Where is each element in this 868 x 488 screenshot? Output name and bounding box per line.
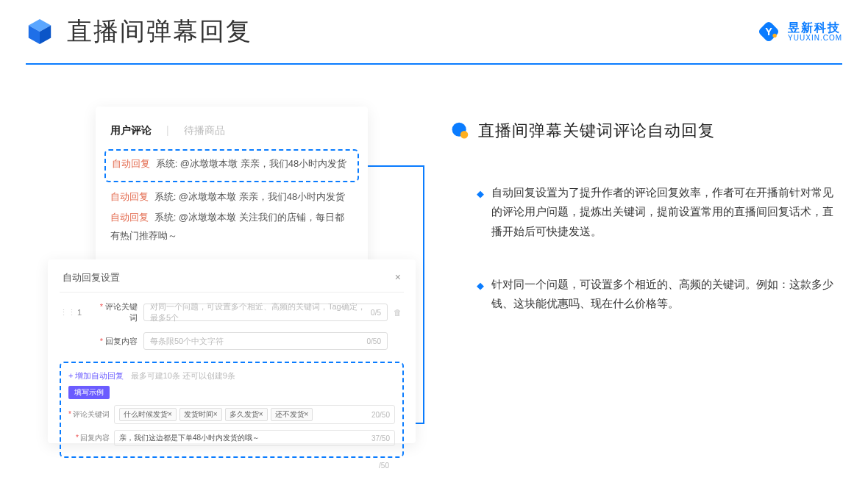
content-row: *回复内容 每条限50个中文字符 0/50: [60, 332, 404, 350]
slide-header: 直播间弹幕回复 Y 昱新科技 YUUXIN.COM: [26, 15, 842, 49]
logo-diamond-icon: Y: [755, 18, 782, 45]
close-icon[interactable]: ×: [395, 271, 401, 284]
example-content-counter: 37/50: [371, 434, 390, 442]
example-content-input[interactable]: 亲，我们这边都是下单48小时内发货的哦～ 37/50: [114, 430, 395, 446]
spacer: [73, 337, 86, 345]
example-keyword-input[interactable]: 什么时候发货× 发货时间× 多久发货× 还不发货× 20/50: [114, 405, 395, 424]
comment-text: 系统: @冰墩墩本墩 亲亲，我们48小时内发货: [156, 158, 347, 169]
comment-item: 自动回复 系统: @冰墩墩本墩 亲亲，我们48小时内发货: [110, 188, 353, 207]
tag-list: 什么时候发货× 发货时间× 多久发货× 还不发货×: [119, 408, 313, 421]
add-autoreply-link[interactable]: + 增加自动回复: [68, 371, 124, 380]
svg-text:Y: Y: [765, 26, 772, 37]
tag-item[interactable]: 多久发货×: [225, 408, 268, 421]
screenshot-mock-area: 用户评论 | 待播商品 自动回复 系统: @冰墩墩本墩 亲亲，我们48小时内发货…: [48, 107, 416, 467]
content-label: *回复内容: [92, 336, 138, 347]
logo-cn: 昱新科技: [788, 21, 842, 35]
brand-logo: Y 昱新科技 YUUXIN.COM: [755, 18, 842, 45]
tabs: 用户评论 | 待播商品: [110, 124, 353, 137]
row-index: 1: [73, 308, 86, 317]
autoreply-tag: 自动回复: [112, 158, 150, 169]
tag-item[interactable]: 什么时候发货×: [119, 408, 177, 421]
example-keyword-counter: 20/50: [371, 411, 390, 419]
example-badge: 填写示例: [68, 386, 110, 399]
keyword-placeholder: 对同一个问题，可设置多个相近、高频的关键词，Tag确定，最多5个: [150, 301, 371, 323]
bullet-item: ◆ 针对同一个问题，可设置多个相近的、高频的关键词。例如：这款多少钱、这块能优惠…: [477, 275, 839, 314]
connector-line: [423, 165, 424, 423]
logo-text: 昱新科技 YUUXIN.COM: [788, 21, 842, 43]
settings-title: 自动回复设置: [63, 271, 120, 284]
keyword-label: *评论关键词: [92, 301, 138, 323]
logo-en: YUUXIN.COM: [788, 34, 842, 42]
spacer: [60, 337, 67, 345]
trash-icon[interactable]: 🗑: [394, 308, 404, 317]
content-placeholder: 每条限50个中文字符: [150, 336, 224, 347]
example-content-row: *回复内容 亲，我们这边都是下单48小时内发货的哦～ 37/50: [68, 430, 395, 446]
content-counter: 0/50: [367, 337, 381, 345]
tab-user-comments[interactable]: 用户评论: [110, 124, 152, 137]
bullet-text: 针对同一个问题，可设置多个相近的、高频的关键词。例如：这款多少钱、这块能优惠吗、…: [491, 275, 839, 314]
outer-counter: /50: [379, 462, 389, 470]
content-input[interactable]: 每条限50个中文字符 0/50: [143, 332, 388, 350]
drag-handle-icon[interactable]: ⋮⋮: [60, 308, 67, 317]
highlighted-comment: 自动回复 系统: @冰墩墩本墩 亲亲，我们48小时内发货: [104, 149, 359, 182]
comment-item: 自动回复 系统: @冰墩墩本墩 亲亲，我们48小时内发货: [112, 155, 352, 173]
autoreply-tag: 自动回复: [110, 212, 149, 223]
tab-pending-products[interactable]: 待播商品: [184, 124, 225, 137]
autoreply-tag: 自动回复: [110, 191, 149, 202]
header-divider: [26, 63, 842, 65]
tag-item[interactable]: 发货时间×: [179, 408, 222, 421]
example-highlight-box: + 增加自动回复 最多可建10条 还可以创建9条 填写示例 *评论关键词 什么时…: [60, 362, 404, 458]
diamond-bullet-icon: ◆: [477, 186, 484, 241]
svg-point-5: [772, 34, 776, 37]
add-link-row: + 增加自动回复 最多可建10条 还可以创建9条: [68, 370, 395, 381]
cube-icon: [26, 18, 54, 46]
tab-divider: |: [166, 124, 169, 137]
spacer: [394, 337, 404, 345]
bullet-item: ◆ 自动回复设置为了提升作者的评论回复效率，作者可在开播前针对常见的评论用户问题…: [477, 183, 839, 241]
example-keyword-label: *评论关键词: [68, 409, 110, 420]
page-title: 直播间弹幕回复: [67, 15, 252, 49]
keyword-row: ⋮⋮ 1 *评论关键词 对同一个问题，可设置多个相近、高频的关键词，Tag确定，…: [60, 301, 404, 323]
settings-header: 自动回复设置 ×: [60, 270, 404, 293]
section-heading: 直播间弹幕关键词评论自动回复: [450, 120, 839, 142]
bubble-icon: [450, 121, 469, 140]
keyword-input[interactable]: 对同一个问题，可设置多个相近、高频的关键词，Tag确定，最多5个 0/5: [143, 304, 388, 321]
comments-card: 用户评论 | 待播商品 自动回复 系统: @冰墩墩本墩 亲亲，我们48小时内发货…: [96, 107, 368, 268]
settings-card: 自动回复设置 × ⋮⋮ 1 *评论关键词 对同一个问题，可设置多个相近、高频的关…: [48, 259, 416, 443]
keyword-counter: 0/5: [371, 309, 381, 317]
header-left: 直播间弹幕回复: [26, 15, 252, 49]
add-hint: 最多可建10条 还可以创建9条: [131, 371, 235, 380]
bullet-list: ◆ 自动回复设置为了提升作者的评论回复效率，作者可在开播前针对常见的评论用户问题…: [450, 183, 839, 313]
description-panel: 直播间弹幕关键词评论自动回复 ◆ 自动回复设置为了提升作者的评论回复效率，作者可…: [450, 120, 839, 347]
example-content-label: *回复内容: [68, 433, 110, 443]
example-content-value: 亲，我们这边都是下单48小时内发货的哦～: [119, 433, 260, 443]
comment-item: 自动回复 系统: @冰墩墩本墩 关注我们的店铺，每日都有热门推荐呦～: [110, 209, 353, 245]
bullet-text: 自动回复设置为了提升作者的评论回复效率，作者可在开播前针对常见的评论用户问题，提…: [491, 183, 839, 241]
example-keyword-row: *评论关键词 什么时候发货× 发货时间× 多久发货× 还不发货× 20/50: [68, 405, 395, 424]
diamond-bullet-icon: ◆: [477, 278, 484, 314]
svg-point-7: [460, 131, 468, 138]
outer-counter-row: /50: [60, 461, 404, 470]
comment-text: 系统: @冰墩墩本墩 亲亲，我们48小时内发货: [154, 191, 346, 202]
connector-line: [366, 165, 424, 167]
section-title: 直播间弹幕关键词评论自动回复: [478, 120, 715, 142]
tag-item[interactable]: 还不发货×: [271, 408, 313, 421]
